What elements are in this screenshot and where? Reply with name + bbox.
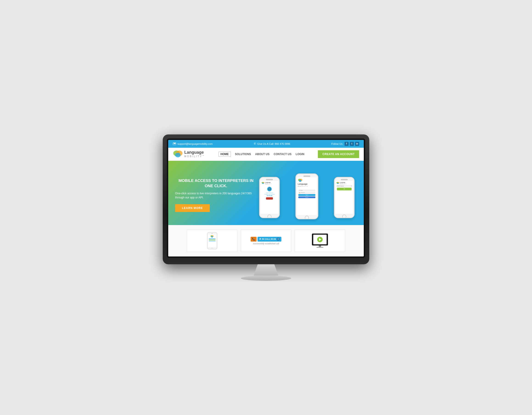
- feature-card-3: [295, 230, 345, 252]
- monitor-stand-base: [241, 276, 291, 281]
- call-green-button[interactable]: ✆: [337, 188, 352, 190]
- top-bar-right: Follow Us: f t in: [332, 142, 359, 146]
- call-status-label: ✆ IN CALL 00:06 ▾: [257, 237, 282, 242]
- card-phone-mini: [207, 232, 217, 249]
- svg-point-14: [211, 236, 213, 237]
- call-screen: 🎧 Call is Connected Llamada está Conecta…: [261, 185, 277, 201]
- signin-button[interactable]: Sign In: [298, 194, 315, 196]
- phone-notch-right: [341, 179, 348, 180]
- call-end-button[interactable]: [266, 197, 273, 200]
- monitor-screen: support@languagemobility.com ✆ Give Us A…: [168, 140, 364, 256]
- call-status-dropdown[interactable]: ▾: [277, 238, 280, 241]
- svg-point-5: [262, 183, 264, 184]
- call-connected-text1: Call is Connected: [262, 192, 277, 193]
- password-field[interactable]: 🔒 Password: [298, 192, 315, 194]
- monitor-outer: support@languagemobility.com ✆ Give Us A…: [163, 134, 369, 264]
- call-status-phone-icon: 📞: [251, 237, 256, 242]
- mini-monitor-screen: [313, 235, 327, 244]
- hero-section: MOBILE ACCESS TO INTERPRETERS IN ONE CLI…: [168, 161, 364, 225]
- nav-home[interactable]: HOME: [218, 152, 231, 157]
- nav-login[interactable]: LOGIN: [296, 152, 304, 156]
- nav-about[interactable]: ABOUT US: [255, 152, 270, 156]
- linkedin-icon[interactable]: in: [355, 142, 359, 146]
- phone-right: LanguageMOBILITY™ Select Language ▾ ✆: [334, 177, 355, 218]
- create-account-button[interactable]: CREATE AN ACCOUNT: [318, 150, 359, 158]
- svg-point-2: [175, 153, 181, 157]
- hero-subtitle: One-click access to live interpreters in…: [175, 191, 257, 200]
- svg-point-8: [299, 180, 302, 182]
- login-screen: ✉ Email 🔒 Password Sign In Register: [298, 188, 316, 199]
- language-select[interactable]: Select Language ▾: [336, 185, 352, 187]
- phone-logo-icon-center: [298, 178, 303, 182]
- phone-logo-left: LanguageMOBILITY™: [261, 182, 277, 184]
- follow-us-label: Follow Us:: [332, 142, 343, 145]
- phone-screen-left: LanguageMOBILITY™ 🎧 Call is Connected Ll…: [260, 181, 278, 214]
- phone-home-btn-center: [305, 216, 309, 219]
- phone-logo-icon-left: [261, 182, 265, 184]
- monitor-icon-container: [312, 234, 328, 248]
- features-section: 📞 ✆ IN CALL 00:06 ▾ Successfully establi…: [168, 225, 364, 256]
- phone-notch-center: [304, 176, 310, 177]
- logo-icon: [173, 150, 183, 158]
- feature-card-1: [187, 230, 237, 252]
- svg-point-11: [337, 183, 339, 184]
- nav-contact[interactable]: CONTACT US: [274, 152, 292, 156]
- call-status-bar: 📞 ✆ IN CALL 00:06 ▾: [251, 237, 282, 242]
- logo-text: Language MOBILITY™: [184, 150, 205, 158]
- nav-links: HOME SOLUTIONS ABOUT US CONTACT US LOGIN: [218, 152, 304, 157]
- monitor-screen-border: support@languagemobility.com ✆ Give Us A…: [167, 139, 365, 258]
- hero-phones: LanguageMOBILITY™ 🎧 Call is Connected Ll…: [257, 170, 357, 220]
- facebook-icon[interactable]: f: [344, 142, 349, 146]
- mini-monitor-base: [316, 247, 323, 248]
- nav-solutions[interactable]: SOLUTIONS: [235, 152, 251, 156]
- phone-icon: ✆: [254, 142, 256, 145]
- phone-logo-right: LanguageMOBILITY™: [336, 182, 352, 184]
- card-phone-screen: [208, 235, 216, 247]
- top-bar: support@languagemobility.com ✆ Give Us A…: [168, 140, 364, 148]
- top-bar-left: support@languagemobility.com: [173, 142, 212, 145]
- call-icon: 🎧: [267, 187, 272, 191]
- twitter-icon[interactable]: t: [350, 142, 354, 146]
- monitor-stand-neck: [252, 264, 280, 276]
- phone-left: LanguageMOBILITY™ 🎧 Call is Connected Ll…: [259, 177, 280, 218]
- register-button[interactable]: Register: [298, 196, 315, 198]
- email-icon: [173, 143, 176, 145]
- call-connected-text2: Llamada está Conectada: [262, 194, 277, 195]
- hero-title: MOBILE ACCESS TO INTERPRETERS IN ONE CLI…: [175, 178, 257, 188]
- phone-home-btn-left: [267, 215, 272, 218]
- call-timer: 00:09:86: [262, 195, 277, 196]
- phone-notch-left: [266, 179, 273, 180]
- phone-screen-center: Language MOBILITY™ ✉ Email 🔒: [297, 177, 317, 215]
- logo-mobility: MOBILITY™: [184, 155, 205, 158]
- mini-monitor: [312, 234, 328, 245]
- phone-logo-icon-right: [336, 182, 340, 184]
- social-icons: f t in: [344, 142, 359, 146]
- play-button[interactable]: [317, 237, 323, 242]
- monitor-wrapper: support@languagemobility.com ✆ Give Us A…: [163, 134, 369, 281]
- nav-bar: Language MOBILITY™ HOME SOLUTIONS ABOUT …: [168, 148, 364, 161]
- logo-language: Language: [184, 150, 205, 155]
- established-text: Successfully established call: [253, 243, 279, 245]
- email-address: support@languagemobility.com: [177, 142, 212, 145]
- phone-screen-right: LanguageMOBILITY™ Select Language ▾ ✆: [335, 181, 353, 214]
- email-field[interactable]: ✉ Email: [298, 189, 315, 191]
- logo-area: Language MOBILITY™: [173, 150, 205, 158]
- phone-home-btn-right: [342, 215, 346, 218]
- phone-center: Language MOBILITY™ ✉ Email 🔒: [295, 173, 318, 219]
- play-triangle: [319, 238, 321, 241]
- phone-number: Give Us A Call: 866 476 0996: [257, 142, 290, 145]
- feature-card-2: 📞 ✆ IN CALL 00:06 ▾ Successfully establi…: [241, 230, 291, 252]
- hero-content: MOBILE ACCESS TO INTERPRETERS IN ONE CLI…: [175, 178, 257, 212]
- learn-more-button[interactable]: LEARN MORE: [175, 204, 210, 212]
- phone-logo-center: [298, 178, 316, 182]
- top-bar-center: ✆ Give Us A Call: 866 476 0996: [254, 142, 290, 145]
